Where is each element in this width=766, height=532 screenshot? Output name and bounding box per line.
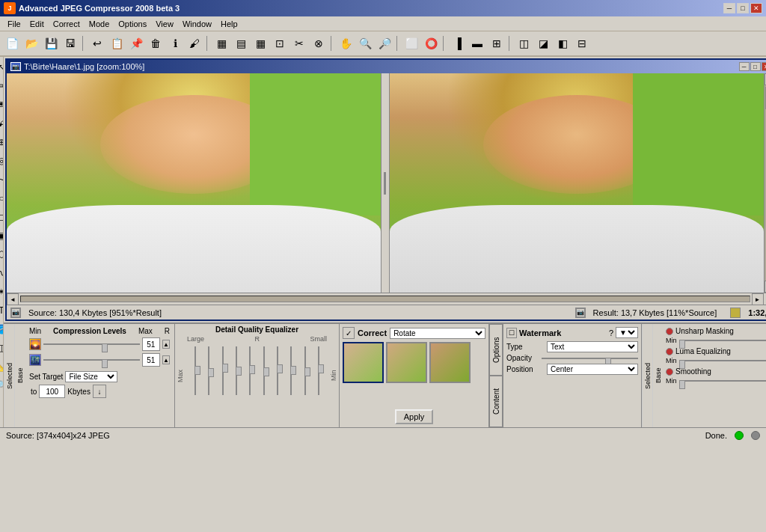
dqe-slider-10[interactable] — [314, 346, 323, 395]
status-done: Done. — [705, 431, 727, 440]
dqe-slider-2[interactable] — [204, 346, 213, 395]
watermark-type-select[interactable]: Text — [547, 341, 638, 352]
watermark-position-row: Position Center — [506, 364, 638, 375]
target-type-select[interactable]: File Size — [65, 371, 117, 382]
watermark-check[interactable]: ☐ — [506, 328, 517, 338]
menu-file[interactable]: File — [3, 19, 25, 29]
unsharp-label: Unsharp Masking — [675, 327, 734, 335]
tb-grid3[interactable]: ▦ — [251, 34, 269, 52]
thumb-2[interactable] — [386, 342, 427, 383]
menu-correct[interactable]: Correct — [49, 19, 85, 29]
scroll-right-button[interactable]: ► — [752, 293, 764, 305]
target-value-input[interactable] — [39, 385, 65, 398]
slider2-icon: 🌃 — [29, 354, 41, 366]
tb-pan[interactable]: ✋ — [337, 34, 355, 52]
dqe-section: Max Detail Quality Equalizer Large R Sma… — [175, 324, 340, 427]
apply-button[interactable]: Apply — [395, 409, 434, 424]
smoothing-slider[interactable] — [679, 380, 766, 382]
image-scrollbar-vertical[interactable]: ▲ ▼ — [764, 73, 766, 293]
menu-window[interactable]: Window — [178, 19, 216, 29]
tb-info[interactable]: ℹ — [166, 34, 184, 52]
thumb-3[interactable] — [429, 342, 471, 383]
close-button[interactable]: ✕ — [750, 3, 762, 13]
image-win-close[interactable]: ✕ — [762, 62, 766, 71]
image-pane-divider[interactable] — [381, 73, 390, 293]
tb-zoom-out[interactable]: 🔎 — [376, 34, 393, 52]
dqe-slider-7[interactable] — [273, 346, 282, 395]
tb-new[interactable]: 📄 — [3, 34, 21, 52]
dqe-slider-1[interactable] — [191, 346, 200, 395]
image-win-maximize[interactable]: □ — [750, 62, 761, 71]
main-area: ↖ ✏ 👁 🖌 ⊕ ◎ ~ ○ ◻ ▣ ⬡ ∿ ✴ T 🪣 ◫ 📐 🔍 📷 T:… — [0, 57, 766, 427]
tb-open[interactable]: 📂 — [22, 34, 40, 52]
dqe-slider-9[interactable] — [301, 346, 310, 395]
tb-r4[interactable]: ⊟ — [573, 34, 591, 52]
target-set-button[interactable]: ↓ — [93, 385, 106, 398]
dqe-slider-8[interactable] — [287, 346, 295, 395]
title-bar: J Advanced JPEG Compressor 2008 beta 3 ─… — [0, 0, 766, 16]
tb-view2[interactable]: ▬ — [468, 34, 486, 52]
selected-label-right: Selected — [642, 324, 652, 427]
tb-brush[interactable]: 🖌 — [186, 34, 203, 52]
scroll-h-track[interactable] — [20, 296, 750, 302]
watermark-opacity-slider[interactable] — [542, 357, 638, 360]
luma-label: Luma Equalizing — [675, 347, 731, 355]
status-green-dot — [735, 431, 744, 440]
tb-save[interactable]: 💾 — [42, 34, 60, 52]
tb-grid1[interactable]: ▦ — [212, 34, 230, 52]
slider2-arrow[interactable]: ▲ — [162, 355, 170, 364]
status-gray-dot — [751, 431, 760, 440]
menu-edit[interactable]: Edit — [25, 19, 49, 29]
slider1-arrow[interactable]: ▲ — [162, 340, 170, 349]
dqe-slider-6[interactable] — [260, 346, 269, 395]
dqe-slider-4[interactable] — [232, 346, 241, 395]
luma-slider-row: Min — [666, 357, 766, 364]
slider2[interactable] — [43, 358, 140, 361]
tb-r1[interactable]: ◫ — [515, 34, 533, 52]
tb-crop[interactable]: ✂ — [290, 34, 308, 52]
dqe-min-label: Min — [328, 324, 339, 427]
thumb-1[interactable] — [343, 342, 384, 383]
tb-back[interactable]: ↩ — [88, 34, 106, 52]
correct-dropdown[interactable]: Rotate — [390, 328, 485, 339]
watermark-position-select[interactable]: Center — [547, 364, 638, 375]
tb-grid2[interactable]: ▤ — [232, 34, 250, 52]
content-tab[interactable]: Content — [489, 376, 503, 427]
luma-indicator — [666, 348, 673, 355]
tb-view1[interactable]: ▐ — [449, 34, 467, 52]
menu-options[interactable]: Options — [114, 19, 151, 29]
tb-view3[interactable]: ⊞ — [488, 34, 506, 52]
slider1[interactable] — [43, 343, 140, 346]
tb-r3[interactable]: ◧ — [554, 34, 572, 52]
center-area: 📷 T:\Birte\Haare\1.jpg [zoom:100%] ─ □ ✕ — [4, 57, 766, 427]
tb-delete[interactable]: 🗑 — [147, 34, 165, 52]
luma-slider[interactable] — [679, 360, 766, 362]
tb-cancel[interactable]: ⊗ — [310, 34, 328, 52]
tb-scale[interactable]: ⊡ — [271, 34, 289, 52]
menu-view[interactable]: View — [151, 19, 178, 29]
options-tab[interactable]: Options — [489, 324, 503, 376]
maximize-button[interactable]: □ — [737, 3, 749, 13]
tb-copy[interactable]: 📋 — [108, 34, 126, 52]
tb-zoom-in[interactable]: 🔍 — [356, 34, 374, 52]
tb-save2[interactable]: 🖫 — [61, 34, 79, 52]
dqe-slider-5[interactable] — [245, 346, 254, 395]
smoothing-header: Smoothing — [666, 367, 766, 376]
image-win-minimize[interactable]: ─ — [739, 62, 750, 71]
image-window-buttons: ─ □ ✕ — [739, 62, 766, 71]
tb-select2[interactable]: ⭕ — [422, 34, 440, 52]
minimize-button[interactable]: ─ — [723, 3, 735, 13]
dqe-slider-3[interactable] — [218, 346, 227, 395]
target-value-row: to Kbytes ↓ — [29, 385, 170, 398]
unsharp-slider[interactable] — [679, 340, 766, 342]
slider-row-2: 🌃 51 ▲ — [29, 353, 170, 367]
menu-mode[interactable]: Mode — [85, 19, 114, 29]
watermark-dropdown[interactable]: ▼ — [616, 327, 638, 338]
watermark-section: ☐ Watermark ? ▼ Type Text Opacity — [503, 324, 642, 427]
tb-r2[interactable]: ◪ — [534, 34, 552, 52]
status-result: Result: 13,7 Kbytes [11%*Source] — [593, 308, 717, 317]
tb-select1[interactable]: ⬜ — [402, 34, 420, 52]
scroll-left-button[interactable]: ◄ — [7, 293, 19, 305]
menu-help[interactable]: Help — [216, 19, 242, 29]
tb-paste[interactable]: 📌 — [127, 34, 145, 52]
